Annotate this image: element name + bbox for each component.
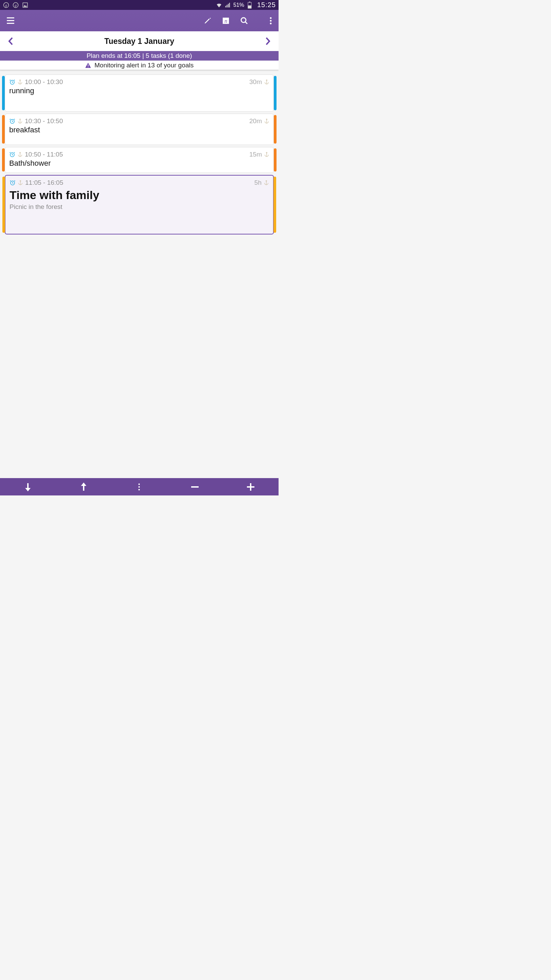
svg-point-41: [266, 180, 267, 181]
move-up-button[interactable]: [73, 482, 94, 492]
svg-point-39: [20, 180, 21, 181]
alarm-icon: [10, 180, 16, 186]
chevron-right-icon: [266, 37, 270, 45]
hamburger-icon: [7, 18, 14, 24]
svg-text:g: g: [5, 3, 7, 7]
alert-text: Monitoring alert in 13 of your goals: [95, 62, 194, 69]
svg-point-36: [266, 152, 267, 153]
warning-icon: [85, 62, 91, 68]
svg-point-26: [266, 80, 267, 81]
note-button[interactable]: n: [217, 10, 235, 31]
task-title: running: [9, 86, 269, 95]
anchor-icon: [17, 79, 23, 85]
svg-line-16: [245, 22, 247, 24]
svg-rect-9: [229, 3, 230, 8]
svg-point-29: [20, 119, 21, 120]
svg-marker-44: [25, 488, 30, 492]
decrease-button[interactable]: [185, 486, 205, 488]
menu-button[interactable]: [7, 10, 25, 31]
svg-rect-46: [83, 485, 84, 491]
anchor-icon: [18, 180, 23, 186]
svg-point-49: [138, 488, 140, 490]
date-navigator: Tuesday 1 January: [0, 31, 279, 51]
battery-percent: 51%: [233, 2, 244, 8]
svg-rect-22: [88, 66, 89, 67]
svg-point-34: [20, 152, 21, 153]
task-duration: 15m: [249, 151, 262, 158]
task-card[interactable]: 10:30 - 10:5020mbreakfast: [5, 114, 274, 145]
task-card[interactable]: 10:00 - 10:3030mrunning: [5, 75, 274, 111]
task-time-range: 11:05 - 16:05: [25, 179, 63, 186]
svg-text:n: n: [224, 18, 227, 24]
svg-marker-5: [24, 5, 27, 7]
notification-icon: g: [12, 2, 19, 8]
task-subtitle: Picnic in the forest: [10, 203, 269, 211]
svg-point-21: [270, 22, 272, 24]
wifi-icon: [216, 2, 222, 8]
svg-rect-12: [248, 5, 251, 8]
svg-rect-8: [228, 4, 229, 8]
pencil-icon: [204, 17, 211, 24]
search-add-button[interactable]: [235, 10, 253, 31]
arrow-up-icon: [81, 482, 86, 492]
anchor-icon: [264, 118, 269, 124]
notification-icon: g: [3, 2, 10, 8]
svg-point-31: [266, 119, 267, 120]
note-icon: n: [222, 17, 230, 24]
move-down-button[interactable]: [18, 482, 38, 492]
more-vert-icon: [270, 17, 272, 24]
anchor-icon: [17, 151, 23, 158]
task-time-range: 10:30 - 10:50: [25, 118, 63, 125]
anchor-icon: [17, 118, 23, 124]
svg-rect-52: [247, 486, 254, 488]
task-meta: 10:50 - 11:0515m: [9, 151, 269, 158]
anchor-icon: [264, 79, 269, 85]
battery-icon: [246, 2, 253, 8]
add-button[interactable]: [240, 483, 261, 491]
task-meta: 11:05 - 16:055h: [10, 179, 269, 186]
svg-rect-7: [227, 5, 227, 8]
task-title: Bath/shower: [9, 159, 269, 168]
task-list: 10:00 - 10:3030mrunning10:30 - 10:5020mb…: [0, 70, 279, 234]
edit-button[interactable]: [198, 10, 217, 31]
svg-point-47: [138, 483, 140, 485]
task-title: Time with family: [10, 189, 269, 202]
prev-day-button[interactable]: [8, 37, 13, 45]
svg-point-20: [270, 20, 272, 21]
image-icon: [22, 2, 29, 8]
status-time: 15:25: [257, 1, 276, 9]
task-meta: 10:00 - 10:3030m: [9, 78, 269, 86]
bottom-toolbar: [0, 478, 279, 495]
search-plus-icon: [240, 17, 248, 25]
alarm-icon: [9, 79, 15, 85]
next-day-button[interactable]: [266, 37, 270, 45]
arrow-down-icon: [25, 482, 30, 492]
task-duration: 30m: [249, 78, 262, 86]
task-time-range: 10:00 - 10:30: [25, 78, 63, 86]
svg-rect-6: [225, 6, 226, 8]
task-duration: 5h: [254, 179, 262, 186]
more-button[interactable]: [253, 10, 272, 31]
task-card[interactable]: 11:05 - 16:055hTime with familyPicnic in…: [5, 175, 274, 234]
svg-point-48: [138, 486, 140, 487]
bottom-more-button[interactable]: [129, 483, 149, 491]
svg-text:g: g: [14, 3, 17, 7]
plus-icon: [246, 483, 255, 491]
signal-icon: [224, 2, 231, 8]
svg-point-24: [20, 80, 21, 81]
more-vert-icon: [138, 483, 140, 491]
app-bar: n: [0, 10, 279, 31]
date-title[interactable]: Tuesday 1 January: [13, 37, 266, 46]
alarm-icon: [9, 151, 15, 158]
minus-icon: [191, 486, 198, 488]
svg-rect-43: [27, 483, 29, 488]
goals-alert[interactable]: Monitoring alert in 13 of your goals: [0, 60, 279, 70]
task-duration: 20m: [249, 118, 262, 125]
task-meta: 10:30 - 10:5020m: [9, 118, 269, 125]
chevron-left-icon: [8, 37, 13, 45]
android-status-bar: g g 51% 15:25: [0, 0, 279, 10]
task-time-range: 10:50 - 11:05: [25, 151, 63, 158]
svg-rect-50: [191, 486, 198, 488]
plan-summary[interactable]: Plan ends at 16:05 | 5 tasks (1 done): [0, 51, 279, 60]
task-card[interactable]: 10:50 - 11:0515mBath/shower: [5, 147, 274, 173]
